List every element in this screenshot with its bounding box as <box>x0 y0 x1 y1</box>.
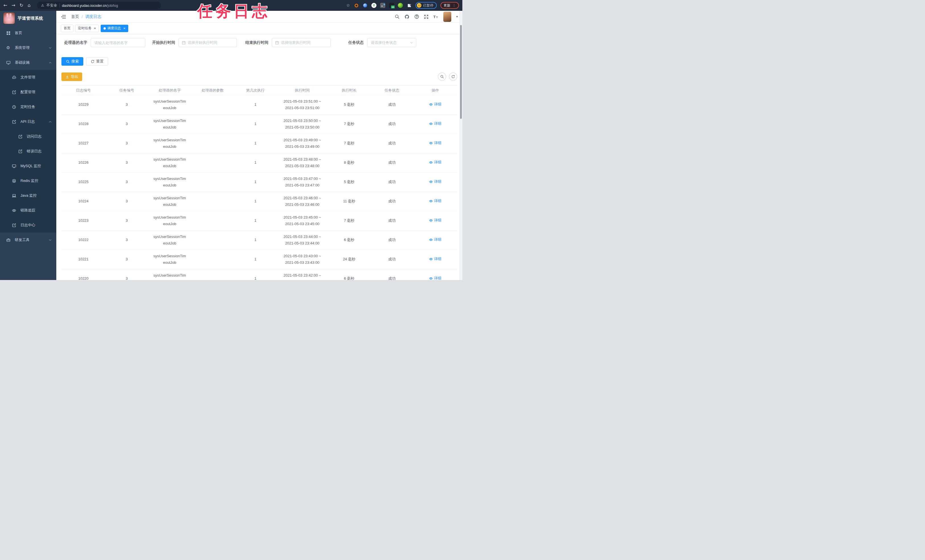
sidebar-item-label: API 日志 <box>21 119 35 124</box>
cell-job-id: 3 <box>105 134 148 153</box>
cell-execute-duration: 6 毫秒 <box>328 269 371 280</box>
cell-execute-duration: 5 毫秒 <box>328 95 371 114</box>
app-logo-row[interactable]: 芋道管理系统 <box>0 11 56 26</box>
refresh-table-button[interactable] <box>449 72 457 81</box>
browser-back-icon[interactable]: ← <box>3 3 7 8</box>
sidebar-item-label: 配置管理 <box>21 90 35 95</box>
extension-grid-icon[interactable] <box>380 3 385 8</box>
breadcrumb: 首页 / 调度日志 <box>71 14 101 20</box>
cell-actions: 详细 <box>413 114 457 134</box>
extension-orange-ring-icon[interactable] <box>354 3 359 8</box>
filter-begin-time: 开始执行时间 选择开始执行时间 <box>152 38 237 47</box>
eye-icon <box>429 180 433 184</box>
user-avatar[interactable] <box>443 12 451 22</box>
sidebar-item-label: 定时任务 <box>21 104 35 110</box>
extension-on-badge-icon[interactable] <box>389 3 394 8</box>
detail-link[interactable]: 详细 <box>429 179 441 185</box>
detail-link[interactable]: 详细 <box>429 217 441 223</box>
cell-task-status: 成功 <box>371 173 413 192</box>
browser-forward-icon[interactable]: → <box>11 3 15 8</box>
job-log-table: 日志编号任务编号处理器的名字处理器的参数第几次执行执行时间执行时长任务状态操作 … <box>62 85 457 280</box>
begin-time-input[interactable]: 选择开始执行时间 <box>179 38 237 47</box>
detail-link[interactable]: 详细 <box>429 236 441 243</box>
browser-reload-icon[interactable]: ↻ <box>20 3 23 8</box>
sidebar-item-label: 首页 <box>15 30 22 36</box>
reset-button[interactable]: 重置 <box>86 57 108 66</box>
detail-link[interactable]: 详细 <box>429 159 441 166</box>
extension-green-y-icon[interactable] <box>371 3 377 8</box>
table-row: 102283sysUserSessionTimeoutJob12021-05-0… <box>62 114 457 134</box>
help-icon[interactable] <box>414 14 419 19</box>
eye-icon <box>429 277 433 280</box>
sidebar-item-infrastructure[interactable]: 基础设施 <box>0 55 56 70</box>
browser-update-button[interactable]: 更新 ⋮ <box>440 2 459 9</box>
export-button[interactable]: 导出 <box>62 72 82 81</box>
browser-home-icon[interactable]: ⌂ <box>27 3 30 8</box>
sidebar-item-java-monitor[interactable]: Java 监控 <box>0 188 56 203</box>
address-bar[interactable]: ⚠ 不安全 dashboard.yudao.iocoder.cn/job/log <box>37 2 161 9</box>
task-status-select[interactable]: 请选择任务状态 <box>367 38 416 47</box>
paused-badge[interactable]: 已暂停 <box>416 2 437 9</box>
clock-icon <box>12 105 17 109</box>
cell-job-id: 3 <box>105 211 148 230</box>
collapse-menu-icon[interactable] <box>61 14 66 20</box>
sidebar-item-mysql-monitor[interactable]: MySQL 监控 <box>0 159 56 173</box>
sidebar-item-system-management[interactable]: ⚙系统管理 <box>0 41 56 55</box>
font-size-icon[interactable]: TT <box>433 15 438 19</box>
sidebar-item-access-log[interactable]: 访问日志 <box>0 129 56 144</box>
sidebar-item-home[interactable]: 首页 <box>0 26 56 41</box>
job-log-table-wrap: 日志编号任务编号处理器的名字处理器的参数第几次执行执行时间执行时长任务状态操作 … <box>62 85 457 280</box>
detail-link[interactable]: 详细 <box>429 275 441 280</box>
gear-icon: ⚙ <box>6 46 11 50</box>
eye-icon <box>12 208 17 213</box>
header-search-icon[interactable] <box>395 14 399 19</box>
screen: ← → ↻ ⌂ ⚠ 不安全 dashboard.yudao.iocoder.cn… <box>0 0 462 280</box>
detail-link[interactable]: 详细 <box>429 101 441 107</box>
cell-actions: 详细 <box>413 192 457 211</box>
eye-icon <box>429 238 433 242</box>
sidebar-item-api-log[interactable]: API 日志 <box>0 114 56 129</box>
breadcrumb-current[interactable]: 调度日志 <box>85 14 101 20</box>
handler-name-input[interactable] <box>91 38 145 47</box>
detail-link[interactable]: 详细 <box>429 140 441 146</box>
bookmark-star-icon[interactable]: ☆ <box>346 3 350 8</box>
breadcrumb-home[interactable]: 首页 <box>71 14 79 20</box>
breadcrumb-separator: / <box>81 15 83 19</box>
eye-icon <box>429 257 433 261</box>
sidebar-item-config-management[interactable]: 配置管理 <box>0 85 56 99</box>
sidebar-item-log-center[interactable]: 日志中心 <box>0 218 56 233</box>
table-header-2: 处理器的名字 <box>148 86 191 95</box>
cell-handler-param <box>191 211 234 230</box>
avatar-caret-down-icon[interactable]: ▾ <box>456 15 458 18</box>
fullscreen-icon[interactable] <box>424 15 428 19</box>
search-button[interactable]: 搜索 <box>62 57 83 66</box>
page-scrollbar[interactable] <box>459 11 462 280</box>
extensions-puzzle-icon[interactable] <box>407 3 412 8</box>
sidebar-item-file-management[interactable]: 文件管理 <box>0 70 56 85</box>
cell-execute-time: 2021-05-03 23:46:00 ~2021-05-03 23:46:00 <box>277 192 328 211</box>
sidebar-item-dev-tools[interactable]: 研发工具 <box>0 233 56 247</box>
detail-link[interactable]: 详细 <box>429 198 441 204</box>
tab-close-icon[interactable]: × <box>94 26 96 30</box>
detail-link[interactable]: 详细 <box>429 256 441 262</box>
tab-调度日志[interactable]: 调度日志× <box>101 25 128 32</box>
toggle-search-button[interactable] <box>438 72 446 81</box>
end-time-input[interactable]: 选择结束执行时间 <box>272 38 331 47</box>
browser-menu-kebab-icon[interactable]: ⋮ <box>452 4 456 7</box>
detail-link[interactable]: 详细 <box>429 120 441 127</box>
tab-首页[interactable]: 首页 <box>61 25 73 32</box>
sidebar-item-scheduled-tasks[interactable]: 定时任务 <box>0 99 56 114</box>
scrollbar-thumb[interactable] <box>460 25 462 119</box>
sidebar-item-error-log[interactable]: 错误日志 <box>0 144 56 159</box>
extension-green-leaf-icon[interactable] <box>398 3 403 8</box>
cell-job-id: 3 <box>105 269 148 280</box>
github-icon[interactable] <box>404 14 410 20</box>
cell-handler-name: sysUserSessionTimeoutJob <box>148 134 191 153</box>
sidebar-item-redis-monitor[interactable]: Redis 监控 <box>0 173 56 188</box>
sidebar-item-trace[interactable]: 链路追踪 <box>0 203 56 218</box>
tab-close-icon[interactable]: × <box>124 26 126 30</box>
sidebar-item-label: 访问日志 <box>27 134 42 139</box>
url-host: dashboard.yudao.iocoder.cn <box>62 4 107 8</box>
tab-定时任务[interactable]: 定时任务× <box>75 25 99 32</box>
extension-blue-globe-icon[interactable] <box>363 3 368 8</box>
